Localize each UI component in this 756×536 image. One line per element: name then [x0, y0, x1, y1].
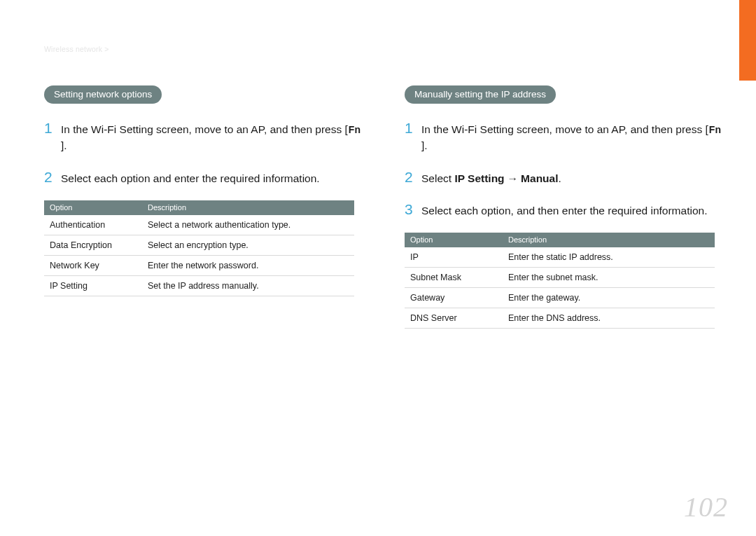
option-cell: IP Setting — [44, 275, 142, 296]
description-cell: Enter the DNS address. — [503, 308, 715, 329]
option-cell: Data Encryption — [44, 235, 142, 255]
table-row: Network Key Enter the network password. — [44, 255, 354, 275]
step-number: 2 — [44, 168, 61, 186]
description-cell: Select an encryption type. — [142, 235, 354, 255]
step-number: 2 — [405, 168, 421, 186]
step-text: In the Wi-Fi Setting screen, move to an … — [421, 121, 723, 154]
table-row: Gateway Enter the gateway. — [405, 288, 715, 308]
option-cell: Subnet Mask — [405, 268, 503, 288]
table-header: Description — [503, 233, 715, 247]
option-cell: Network Key — [44, 255, 142, 275]
step-item: 2 Select IP Setting→Manual. — [405, 168, 723, 186]
arrow-icon: → — [505, 172, 522, 184]
left-column: Setting network options 1 In the Wi-Fi S… — [44, 85, 363, 329]
description-cell: Enter the static IP address. — [503, 247, 715, 268]
step-text: In the Wi-Fi Setting screen, move to an … — [61, 121, 363, 154]
step-text: Select each option and enter the require… — [61, 170, 363, 186]
step-number: 1 — [44, 119, 61, 137]
step-text-post: ]. — [61, 139, 67, 151]
step-item: 2 Select each option and enter the requi… — [44, 168, 363, 186]
step-text-select-post: . — [559, 172, 561, 184]
step-item: 3 Select each option, and then enter the… — [405, 200, 723, 219]
fn-key: Fn — [348, 123, 361, 137]
right-steps: 1 In the Wi-Fi Setting screen, move to a… — [405, 119, 723, 219]
table-header: Option — [405, 233, 503, 247]
right-column: Manually setting the IP address 1 In the… — [405, 85, 723, 329]
bold-ip-setting: IP Setting — [454, 172, 504, 184]
option-cell: Authentication — [44, 215, 142, 235]
table-row: DNS Server Enter the DNS address. — [405, 308, 715, 329]
step-number: 3 — [405, 200, 421, 218]
step-text: Select IP Setting→Manual. — [421, 170, 723, 186]
table-row: IP Setting Set the IP address manually. — [44, 275, 354, 296]
option-cell: DNS Server — [405, 308, 503, 329]
right-options-table: Option Description IP Enter the static I… — [405, 233, 715, 329]
bold-manual: Manual — [521, 172, 558, 184]
step-text-select-pre: Select — [421, 172, 454, 184]
description-cell: Enter the gateway. — [503, 288, 715, 308]
table-row: Subnet Mask Enter the subnet mask. — [405, 268, 715, 288]
table-header: Option — [44, 200, 142, 215]
breadcrumb: Wireless network > — [44, 45, 109, 53]
step-item: 1 In the Wi-Fi Setting screen, move to a… — [405, 119, 723, 154]
description-cell: Set the IP address manually. — [142, 275, 354, 296]
section-heading-left: Setting network options — [44, 85, 162, 104]
step-item: 1 In the Wi-Fi Setting screen, move to a… — [44, 119, 363, 154]
page-number: 102 — [684, 490, 728, 523]
table-row: IP Enter the static IP address. — [405, 247, 715, 268]
description-cell: Select a network authentication type. — [142, 215, 354, 235]
fn-key: Fn — [708, 123, 722, 137]
table-row: Data Encryption Select an encryption typ… — [44, 235, 354, 255]
side-tab — [739, 0, 756, 81]
step-text-post: ]. — [421, 139, 428, 151]
content-columns: Setting network options 1 In the Wi-Fi S… — [44, 85, 723, 329]
step-text-pre: In the Wi-Fi Setting screen, move to an … — [421, 123, 708, 135]
left-options-table: Option Description Authentication Select… — [44, 200, 354, 296]
option-cell: Gateway — [405, 288, 503, 308]
left-steps: 1 In the Wi-Fi Setting screen, move to a… — [44, 119, 363, 186]
step-text-pre: In the Wi-Fi Setting screen, move to an … — [61, 123, 348, 135]
description-cell: Enter the network password. — [142, 255, 354, 275]
option-cell: IP — [405, 247, 503, 268]
table-header: Description — [142, 200, 354, 215]
description-cell: Enter the subnet mask. — [503, 268, 715, 288]
table-row: Authentication Select a network authenti… — [44, 215, 354, 235]
step-text: Select each option, and then enter the r… — [421, 202, 723, 219]
step-number: 1 — [405, 119, 421, 137]
section-heading-right: Manually setting the IP address — [405, 85, 556, 104]
